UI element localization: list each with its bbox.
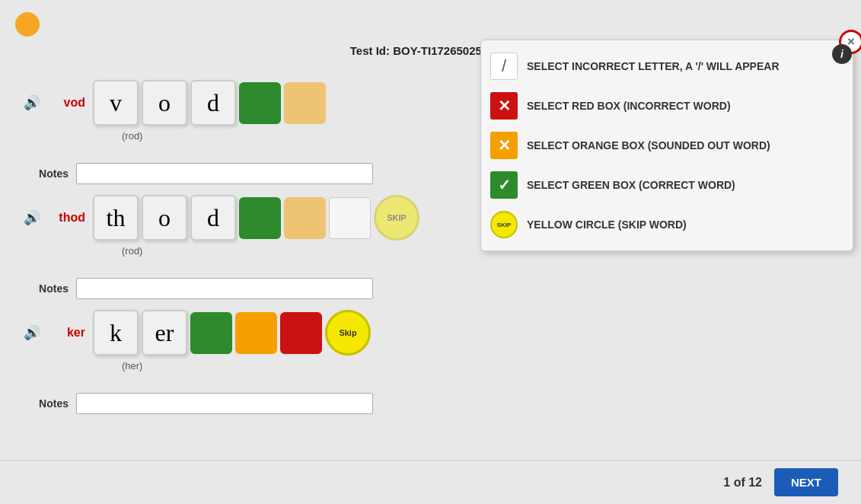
green-btn-thod[interactable] (239, 197, 281, 239)
green-box-icon[interactable]: ✓ (490, 171, 518, 199)
notes-input-ker[interactable] (76, 393, 373, 414)
notes-label-1: Notes (23, 167, 69, 180)
next-button[interactable]: NEXT (774, 468, 838, 496)
page-indicator: 1 of 12 (723, 476, 762, 490)
notes-row-ker: Notes (23, 393, 838, 414)
notes-input-vod[interactable] (76, 163, 373, 184)
info-icon[interactable]: i (832, 44, 852, 64)
orange-btn-thod[interactable] (284, 197, 326, 239)
hint-ker: (her) (122, 360, 838, 372)
tooltip-row-red: ✕ SELECT RED BOX (INCORRECT WORD) (481, 86, 853, 126)
tooltip-text-green: SELECT GREEN BOX (CORRECT WORD) (527, 179, 735, 191)
page-label: of 12 (734, 476, 762, 489)
notes-input-thod[interactable] (76, 278, 373, 299)
tooltip-text-slash: SELECT INCORRECT LETTER, A '/' WILL APPE… (527, 60, 780, 72)
yellow-circle-ker[interactable]: Skip (325, 310, 371, 356)
red-box-icon[interactable]: ✕ (490, 92, 518, 120)
orange-box-icon[interactable]: ✕ (490, 132, 518, 159)
tooltip-text-yellow: YELLOW CIRCLE (SKIP WORD) (527, 219, 687, 231)
letter-tile-o1[interactable]: o (142, 80, 187, 126)
green-btn-vod[interactable] (239, 82, 281, 124)
tooltip-row-slash: / SELECT INCORRECT LETTER, A '/' WILL AP… (481, 46, 853, 86)
yellow-circle-icon[interactable]: SKIP (490, 211, 518, 238)
orange-circle-logo (15, 12, 40, 37)
speaker-icon-vod[interactable]: 🔊 (23, 94, 41, 112)
letter-tile-o2[interactable]: o (142, 195, 187, 241)
notes-label-2: Notes (23, 282, 69, 295)
grey-btn-thod[interactable] (329, 197, 371, 239)
word-label-ker: ker (47, 326, 85, 340)
notes-label-3: Notes (23, 397, 69, 410)
tooltip-popup: × / SELECT INCORRECT LETTER, A '/' WILL … (480, 40, 853, 251)
green-btn-ker[interactable] (190, 312, 232, 354)
tooltip-row-orange: ✕ SELECT ORANGE BOX (SOUNDED OUT WORD) (481, 126, 853, 165)
word-label-thod: thod (47, 211, 85, 225)
tooltip-row-yellow: SKIP YELLOW CIRCLE (SKIP WORD) (481, 205, 853, 244)
tooltip-text-red: SELECT RED BOX (INCORRECT WORD) (527, 100, 731, 112)
tooltip-text-orange: SELECT ORANGE BOX (SOUNDED OUT WORD) (527, 139, 770, 152)
red-btn-ker[interactable] (280, 312, 322, 354)
notes-row-thod: Notes (23, 278, 838, 299)
orange-btn-ker[interactable] (235, 312, 277, 354)
page-current: 1 (723, 476, 730, 489)
yellow-circle-thod[interactable]: SKIP (374, 195, 419, 241)
letter-tile-k[interactable]: k (93, 310, 139, 356)
tooltip-row-green: ✓ SELECT GREEN BOX (CORRECT WORD) (481, 165, 853, 205)
word-label-vod: vod (47, 96, 85, 110)
letter-tile-v[interactable]: v (93, 80, 139, 126)
speaker-icon-ker[interactable]: 🔊 (23, 324, 41, 342)
word-row-ker: 🔊 ker k er Skip (23, 310, 838, 356)
speaker-icon-thod[interactable]: 🔊 (23, 209, 41, 227)
letter-tile-d1[interactable]: d (190, 80, 236, 126)
letter-tile-th[interactable]: th (93, 195, 139, 241)
orange-btn-vod[interactable] (284, 82, 326, 124)
slash-icon[interactable]: / (490, 53, 518, 80)
footer: 1 of 12 NEXT (0, 460, 861, 504)
letter-tile-d2[interactable]: d (190, 195, 236, 241)
letter-tile-er[interactable]: er (142, 310, 187, 356)
